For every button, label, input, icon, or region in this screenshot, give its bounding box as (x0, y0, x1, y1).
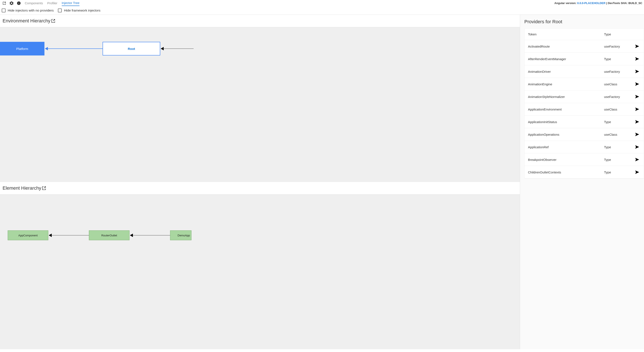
tab-profiler[interactable]: Profiler (47, 0, 58, 6)
table-row[interactable]: AnimationStyleNormalizeruseFactory (524, 90, 644, 103)
arrow-head-icon (130, 234, 133, 237)
table-row[interactable]: ActivatedRouteuseFactory (524, 40, 644, 53)
section-label: Element Hierarchy (2, 185, 41, 191)
cell-token: AfterRenderEventManager (528, 57, 604, 61)
row-arrow[interactable] (634, 157, 640, 162)
node-platform[interactable]: Platform (0, 42, 44, 55)
cell-type: useClass (604, 82, 634, 86)
send-icon (635, 157, 640, 162)
version-info: Angular version: 0.0.0-PLACEHOLDER | Dev… (554, 1, 642, 5)
checkbox-label: Hide framework injectors (64, 8, 100, 12)
row-arrow[interactable] (634, 94, 640, 99)
sha-prefix: | DevTools SHA: (606, 1, 628, 5)
table-row[interactable]: ChildrenOutletContextsType (524, 166, 644, 178)
table-row[interactable]: ApplicationRefType (524, 141, 644, 153)
version-prefix: Angular version: (554, 1, 577, 5)
table-header: Token Type (524, 29, 644, 40)
external-link-icon[interactable] (51, 18, 56, 23)
checkbox-hide-framework[interactable]: Hide framework injectors (58, 8, 100, 12)
checkbox-label: Hide injectors with no providers (8, 8, 54, 12)
cell-type: useClass (604, 133, 634, 136)
cell-token: ApplicationEnvironment (528, 108, 604, 111)
table-row[interactable]: ApplicationInitStatusType (524, 116, 644, 128)
elem-hierarchy-title: Element Hierarchy (0, 182, 520, 194)
cell-type: useFactory (604, 95, 634, 99)
cell-type: Type (604, 57, 634, 61)
version-value: 0.0.0-PLACEHOLDER (577, 1, 605, 5)
row-arrow[interactable] (634, 44, 640, 49)
cell-token: AnimationDriver (528, 70, 604, 73)
connector-line (52, 235, 89, 235)
cell-type: Type (604, 145, 634, 149)
main: Environment Hierarchy Platform Root Elem… (0, 15, 644, 349)
arrow-head-icon (49, 234, 52, 237)
arrow-head-icon (161, 47, 164, 50)
node-router-outlet[interactable]: RouterOutlet (89, 230, 130, 240)
cell-type: Type (604, 158, 634, 162)
send-icon (635, 56, 640, 61)
dock-icon[interactable] (2, 1, 7, 6)
top-bar: i Components Profiler Injector Tree Angu… (0, 0, 644, 6)
row-arrow[interactable] (634, 132, 640, 137)
env-diagram[interactable]: Platform Root (0, 27, 520, 182)
providers-title: Providers for Root (524, 19, 644, 24)
cell-token: BreakpointObserver (528, 158, 604, 162)
left-panel: Environment Hierarchy Platform Root Elem… (0, 15, 520, 349)
table-row[interactable]: ApplicationEnvironmentuseClass (524, 103, 644, 116)
table-row[interactable]: BreakpointObserverType (524, 153, 644, 166)
tab-components[interactable]: Components (25, 0, 43, 6)
providers-table: Token Type ActivatedRouteuseFactoryAfter… (524, 28, 644, 179)
send-icon (635, 94, 640, 99)
connector-line (48, 48, 102, 49)
cell-token: ApplicationInitStatus (528, 120, 604, 124)
cell-type: useFactory (604, 45, 634, 48)
send-icon (635, 145, 640, 149)
env-hierarchy-title: Environment Hierarchy (0, 15, 520, 27)
sha-value: BUILD_SC (628, 1, 642, 5)
cell-type: useClass (604, 108, 634, 111)
section-label: Environment Hierarchy (2, 18, 50, 24)
row-arrow[interactable] (634, 120, 640, 124)
row-arrow[interactable] (634, 145, 640, 149)
cell-token: ApplicationOperations (528, 133, 604, 136)
node-demo-app[interactable]: DemoApp (170, 230, 192, 240)
node-root[interactable]: Root (102, 42, 160, 55)
providers-panel: Providers for Root Token Type ActivatedR… (520, 15, 644, 349)
send-icon (635, 82, 640, 86)
filter-bar: Hide injectors with no providers Hide fr… (0, 6, 644, 15)
row-arrow[interactable] (634, 107, 640, 112)
send-icon (635, 170, 640, 175)
cell-type: Type (604, 171, 634, 174)
connector-line (133, 235, 170, 235)
node-app-component[interactable]: AppComponent (8, 230, 48, 240)
info-icon[interactable]: i (16, 1, 21, 6)
row-arrow[interactable] (634, 170, 640, 175)
cell-token: ActivatedRoute (528, 45, 604, 48)
arrow-head-icon (45, 47, 48, 50)
external-link-icon[interactable] (42, 186, 46, 190)
row-arrow[interactable] (634, 69, 640, 74)
header-token: Token (528, 32, 604, 36)
cell-token: AnimationEngine (528, 82, 604, 86)
cell-token: ChildrenOutletContexts (528, 171, 604, 174)
checkbox-icon (58, 8, 62, 12)
table-row[interactable]: ApplicationOperationsuseClass (524, 128, 644, 141)
elem-diagram[interactable]: AppComponent RouterOutlet DemoApp (0, 194, 520, 349)
gear-icon[interactable] (9, 1, 14, 6)
tab-injector-tree[interactable]: Injector Tree (62, 0, 80, 6)
svg-text:i: i (18, 2, 19, 5)
send-icon (635, 44, 640, 49)
tabs: Components Profiler Injector Tree (25, 0, 80, 6)
row-arrow[interactable] (634, 82, 640, 86)
table-row[interactable]: AfterRenderEventManagerType (524, 53, 644, 65)
header-type: Type (604, 32, 634, 36)
connector-line (164, 48, 194, 49)
send-icon (635, 107, 640, 112)
send-icon (635, 69, 640, 74)
table-row[interactable]: AnimationDriveruseFactory (524, 65, 644, 78)
send-icon (635, 120, 640, 124)
checkbox-hide-no-providers[interactable]: Hide injectors with no providers (2, 8, 54, 12)
row-arrow[interactable] (634, 56, 640, 61)
cell-type: useFactory (604, 70, 634, 73)
table-row[interactable]: AnimationEngineuseClass (524, 78, 644, 90)
